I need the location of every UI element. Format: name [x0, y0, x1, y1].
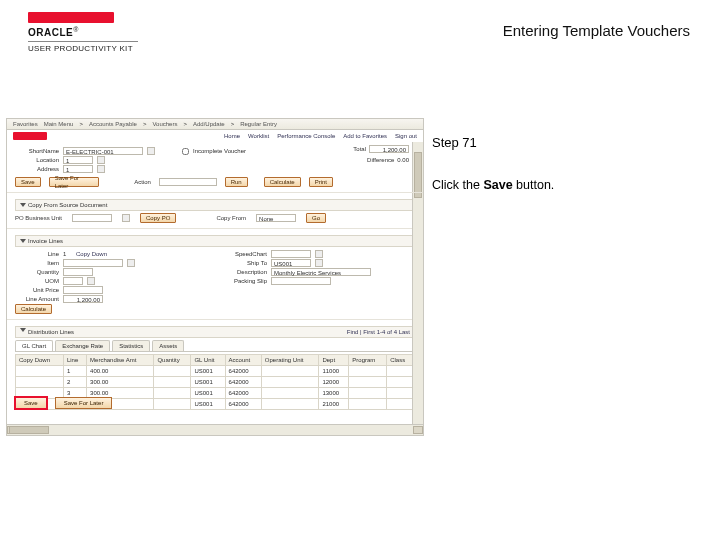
lookup-icon[interactable] [87, 277, 95, 285]
grid-cell[interactable]: US001 [191, 366, 225, 377]
grid-cell[interactable]: 21000 [319, 399, 349, 410]
grid-cell[interactable] [387, 366, 415, 377]
line-calc-button[interactable]: Calculate [15, 304, 52, 314]
grid-cell[interactable]: 300.00 [87, 377, 154, 388]
grid-cell[interactable] [261, 388, 319, 399]
scroll-right-icon[interactable] [413, 426, 423, 434]
subtab-stats[interactable]: Statistics [112, 340, 150, 351]
save-later-button-top[interactable]: Save For Later [49, 177, 99, 187]
line-amount-input[interactable]: 1,200.00 [63, 295, 103, 303]
save-button-top[interactable]: Save [15, 177, 41, 187]
grid-col-header: Program [349, 355, 387, 366]
grid-cell[interactable]: 400.00 [87, 366, 154, 377]
grid-cell[interactable] [349, 399, 387, 410]
uom-input[interactable] [63, 277, 83, 285]
desc-input[interactable]: Monthly Electric Services [271, 268, 371, 276]
collapse-icon[interactable] [20, 203, 26, 207]
shipto-input[interactable]: US001 [271, 259, 311, 267]
grid-cell[interactable] [261, 399, 319, 410]
crumb[interactable]: Vouchers [152, 120, 177, 128]
document-title: Entering Template Vouchers [503, 22, 690, 40]
subtab-assets[interactable]: Assets [152, 340, 184, 351]
breadcrumb-bar: Favorites Main Menu> Accounts Payable> V… [7, 119, 423, 130]
crumb[interactable]: Favorites [13, 120, 38, 128]
grid-cell[interactable]: 13000 [319, 388, 349, 399]
grid-cell[interactable]: 2 [63, 377, 86, 388]
grid-cell[interactable]: US001 [191, 399, 225, 410]
copy-down-link[interactable]: Copy Down [76, 250, 107, 258]
subtab-glchart[interactable]: GL Chart [15, 340, 53, 351]
horizontal-scrollbar[interactable] [7, 424, 423, 435]
unit-price-input[interactable] [63, 286, 103, 294]
lookup-icon[interactable] [97, 165, 105, 173]
shortname-input[interactable]: E-ELECTRIC-001 [63, 147, 143, 155]
grid-cell[interactable] [387, 388, 415, 399]
table-row[interactable]: 1400.00US00164200011000 [16, 366, 415, 377]
totals-block: Total1,200.00 Difference0.00 [353, 144, 409, 165]
grid-cell[interactable] [16, 377, 64, 388]
lookup-icon[interactable] [127, 259, 135, 267]
grid-cell[interactable] [154, 366, 191, 377]
grid-cell[interactable] [154, 388, 191, 399]
nav-worklist[interactable]: Worklist [248, 132, 269, 140]
subtab-exrate[interactable]: Exchange Rate [55, 340, 110, 351]
grid-cell[interactable]: 12000 [319, 377, 349, 388]
table-row[interactable]: 2300.00US00164200012000 [16, 377, 415, 388]
grid-cell[interactable]: US001 [191, 388, 225, 399]
copy-po-button[interactable]: Copy PO [140, 213, 176, 223]
grid-cell[interactable]: US001 [191, 377, 225, 388]
grid-cell[interactable] [154, 377, 191, 388]
grid-cell[interactable]: 642000 [225, 366, 261, 377]
copy-from-select[interactable]: None [256, 214, 296, 222]
label-action: Action [134, 178, 151, 186]
grid-cell[interactable]: 11000 [319, 366, 349, 377]
print-button[interactable]: Print [309, 177, 333, 187]
action-select[interactable] [159, 178, 217, 186]
crumb[interactable]: Add/Update [193, 120, 225, 128]
lookup-icon[interactable] [122, 214, 130, 222]
grid-cell[interactable]: 1 [63, 366, 86, 377]
grid-cell[interactable] [16, 366, 64, 377]
grid-cell[interactable] [349, 366, 387, 377]
grid-cell[interactable]: 642000 [225, 399, 261, 410]
save-for-later-button[interactable]: Save For Later [55, 397, 113, 409]
location-input[interactable]: 1 [63, 156, 93, 164]
run-button[interactable]: Run [225, 177, 248, 187]
grid-cell[interactable] [387, 399, 415, 410]
nav-perf[interactable]: Performance Console [277, 132, 335, 140]
collapse-icon[interactable] [20, 328, 26, 332]
label-po-unit: PO Business Unit [15, 214, 62, 222]
incomplete-checkbox[interactable] [182, 148, 189, 155]
grid-cell[interactable] [261, 377, 319, 388]
instruction-panel: Step 71 Click the Save button. [432, 135, 682, 193]
grid-nav[interactable]: Find | First 1-4 of 4 Last [347, 328, 410, 336]
lookup-icon[interactable] [147, 147, 155, 155]
po-unit-input[interactable] [72, 214, 112, 222]
invoice-lines-header: Invoice Lines [28, 238, 63, 244]
speedchart-input[interactable] [271, 250, 311, 258]
nav-fav[interactable]: Add to Favorites [343, 132, 387, 140]
go-button[interactable]: Go [306, 213, 326, 223]
crumb[interactable]: Accounts Payable [89, 120, 137, 128]
lookup-icon[interactable] [315, 250, 323, 258]
grid-cell[interactable]: 642000 [225, 377, 261, 388]
calculate-button[interactable]: Calculate [264, 177, 301, 187]
nav-home[interactable]: Home [224, 132, 240, 140]
collapse-icon[interactable] [20, 239, 26, 243]
nav-signout[interactable]: Sign out [395, 132, 417, 140]
grid-cell[interactable] [349, 377, 387, 388]
item-input[interactable] [63, 259, 123, 267]
crumb[interactable]: Main Menu [44, 120, 74, 128]
grid-cell[interactable]: 642000 [225, 388, 261, 399]
grid-cell[interactable] [261, 366, 319, 377]
lookup-icon[interactable] [315, 259, 323, 267]
address-input[interactable]: 1 [63, 165, 93, 173]
packing-input[interactable] [271, 277, 331, 285]
lookup-icon[interactable] [97, 156, 105, 164]
crumb[interactable]: Regular Entry [240, 120, 277, 128]
save-button[interactable]: Save [15, 397, 47, 409]
grid-cell[interactable] [349, 388, 387, 399]
qty-input[interactable] [63, 268, 93, 276]
grid-cell[interactable] [154, 399, 191, 410]
grid-cell[interactable] [387, 377, 415, 388]
